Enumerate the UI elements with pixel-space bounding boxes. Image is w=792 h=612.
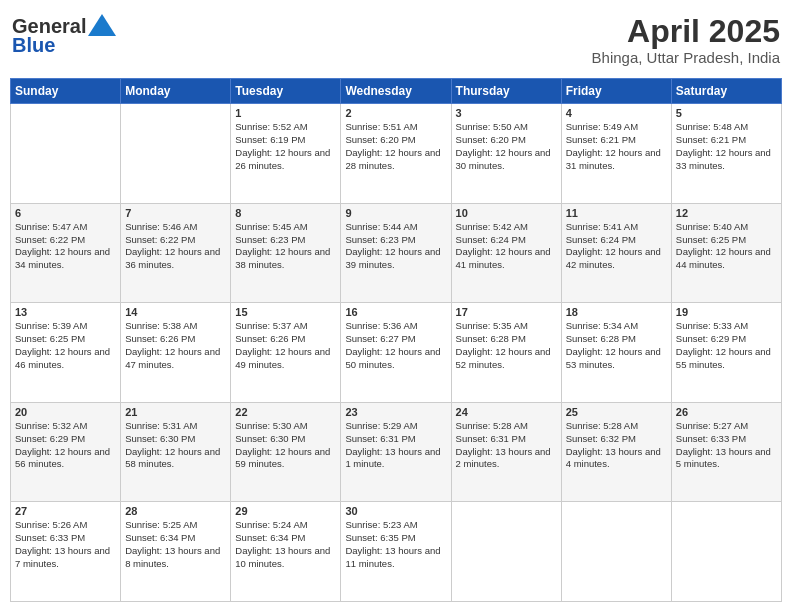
day-number: 18	[566, 306, 667, 318]
page: General Blue April 2025 Bhinga, Uttar Pr…	[0, 0, 792, 612]
day-number: 20	[15, 406, 116, 418]
table-row: 30Sunrise: 5:23 AM Sunset: 6:35 PM Dayli…	[341, 502, 451, 602]
table-row	[121, 104, 231, 204]
day-number: 1	[235, 107, 336, 119]
day-number: 27	[15, 505, 116, 517]
table-row	[561, 502, 671, 602]
table-row: 17Sunrise: 5:35 AM Sunset: 6:28 PM Dayli…	[451, 303, 561, 403]
table-row: 22Sunrise: 5:30 AM Sunset: 6:30 PM Dayli…	[231, 402, 341, 502]
day-number: 23	[345, 406, 446, 418]
col-wednesday: Wednesday	[341, 79, 451, 104]
table-row	[671, 502, 781, 602]
table-row: 3Sunrise: 5:50 AM Sunset: 6:20 PM Daylig…	[451, 104, 561, 204]
day-number: 26	[676, 406, 777, 418]
day-number: 3	[456, 107, 557, 119]
day-number: 15	[235, 306, 336, 318]
day-number: 9	[345, 207, 446, 219]
day-number: 13	[15, 306, 116, 318]
col-monday: Monday	[121, 79, 231, 104]
cell-content: Sunrise: 5:50 AM Sunset: 6:20 PM Dayligh…	[456, 121, 557, 172]
day-number: 14	[125, 306, 226, 318]
day-number: 21	[125, 406, 226, 418]
table-row: 18Sunrise: 5:34 AM Sunset: 6:28 PM Dayli…	[561, 303, 671, 403]
location: Bhinga, Uttar Pradesh, India	[592, 49, 780, 66]
cell-content: Sunrise: 5:25 AM Sunset: 6:34 PM Dayligh…	[125, 519, 226, 570]
table-row: 2Sunrise: 5:51 AM Sunset: 6:20 PM Daylig…	[341, 104, 451, 204]
day-number: 5	[676, 107, 777, 119]
logo-triangle-icon	[88, 14, 116, 36]
cell-content: Sunrise: 5:35 AM Sunset: 6:28 PM Dayligh…	[456, 320, 557, 371]
table-row: 4Sunrise: 5:49 AM Sunset: 6:21 PM Daylig…	[561, 104, 671, 204]
table-row: 16Sunrise: 5:36 AM Sunset: 6:27 PM Dayli…	[341, 303, 451, 403]
table-row: 20Sunrise: 5:32 AM Sunset: 6:29 PM Dayli…	[11, 402, 121, 502]
calendar-week-row: 27Sunrise: 5:26 AM Sunset: 6:33 PM Dayli…	[11, 502, 782, 602]
day-number: 22	[235, 406, 336, 418]
cell-content: Sunrise: 5:36 AM Sunset: 6:27 PM Dayligh…	[345, 320, 446, 371]
cell-content: Sunrise: 5:46 AM Sunset: 6:22 PM Dayligh…	[125, 221, 226, 272]
table-row: 19Sunrise: 5:33 AM Sunset: 6:29 PM Dayli…	[671, 303, 781, 403]
table-row: 11Sunrise: 5:41 AM Sunset: 6:24 PM Dayli…	[561, 203, 671, 303]
table-row: 13Sunrise: 5:39 AM Sunset: 6:25 PM Dayli…	[11, 303, 121, 403]
cell-content: Sunrise: 5:39 AM Sunset: 6:25 PM Dayligh…	[15, 320, 116, 371]
cell-content: Sunrise: 5:24 AM Sunset: 6:34 PM Dayligh…	[235, 519, 336, 570]
svg-marker-0	[88, 14, 116, 36]
table-row: 29Sunrise: 5:24 AM Sunset: 6:34 PM Dayli…	[231, 502, 341, 602]
logo: General Blue	[12, 14, 116, 57]
table-row: 26Sunrise: 5:27 AM Sunset: 6:33 PM Dayli…	[671, 402, 781, 502]
cell-content: Sunrise: 5:31 AM Sunset: 6:30 PM Dayligh…	[125, 420, 226, 471]
cell-content: Sunrise: 5:26 AM Sunset: 6:33 PM Dayligh…	[15, 519, 116, 570]
table-row: 21Sunrise: 5:31 AM Sunset: 6:30 PM Dayli…	[121, 402, 231, 502]
cell-content: Sunrise: 5:27 AM Sunset: 6:33 PM Dayligh…	[676, 420, 777, 471]
day-number: 6	[15, 207, 116, 219]
logo-blue: Blue	[12, 34, 55, 57]
table-row: 14Sunrise: 5:38 AM Sunset: 6:26 PM Dayli…	[121, 303, 231, 403]
table-row: 25Sunrise: 5:28 AM Sunset: 6:32 PM Dayli…	[561, 402, 671, 502]
calendar-table: Sunday Monday Tuesday Wednesday Thursday…	[10, 78, 782, 602]
cell-content: Sunrise: 5:49 AM Sunset: 6:21 PM Dayligh…	[566, 121, 667, 172]
cell-content: Sunrise: 5:33 AM Sunset: 6:29 PM Dayligh…	[676, 320, 777, 371]
table-row: 27Sunrise: 5:26 AM Sunset: 6:33 PM Dayli…	[11, 502, 121, 602]
calendar-week-row: 1Sunrise: 5:52 AM Sunset: 6:19 PM Daylig…	[11, 104, 782, 204]
cell-content: Sunrise: 5:38 AM Sunset: 6:26 PM Dayligh…	[125, 320, 226, 371]
cell-content: Sunrise: 5:51 AM Sunset: 6:20 PM Dayligh…	[345, 121, 446, 172]
cell-content: Sunrise: 5:45 AM Sunset: 6:23 PM Dayligh…	[235, 221, 336, 272]
calendar-week-row: 20Sunrise: 5:32 AM Sunset: 6:29 PM Dayli…	[11, 402, 782, 502]
table-row: 5Sunrise: 5:48 AM Sunset: 6:21 PM Daylig…	[671, 104, 781, 204]
cell-content: Sunrise: 5:32 AM Sunset: 6:29 PM Dayligh…	[15, 420, 116, 471]
header: General Blue April 2025 Bhinga, Uttar Pr…	[10, 10, 782, 70]
day-number: 28	[125, 505, 226, 517]
cell-content: Sunrise: 5:28 AM Sunset: 6:31 PM Dayligh…	[456, 420, 557, 471]
table-row	[11, 104, 121, 204]
day-number: 11	[566, 207, 667, 219]
table-row: 7Sunrise: 5:46 AM Sunset: 6:22 PM Daylig…	[121, 203, 231, 303]
day-number: 4	[566, 107, 667, 119]
table-row: 15Sunrise: 5:37 AM Sunset: 6:26 PM Dayli…	[231, 303, 341, 403]
day-number: 10	[456, 207, 557, 219]
cell-content: Sunrise: 5:37 AM Sunset: 6:26 PM Dayligh…	[235, 320, 336, 371]
month-title: April 2025	[592, 14, 780, 49]
day-number: 25	[566, 406, 667, 418]
day-number: 30	[345, 505, 446, 517]
table-row	[451, 502, 561, 602]
table-row: 28Sunrise: 5:25 AM Sunset: 6:34 PM Dayli…	[121, 502, 231, 602]
table-row: 6Sunrise: 5:47 AM Sunset: 6:22 PM Daylig…	[11, 203, 121, 303]
table-row: 24Sunrise: 5:28 AM Sunset: 6:31 PM Dayli…	[451, 402, 561, 502]
col-sunday: Sunday	[11, 79, 121, 104]
cell-content: Sunrise: 5:52 AM Sunset: 6:19 PM Dayligh…	[235, 121, 336, 172]
table-row: 8Sunrise: 5:45 AM Sunset: 6:23 PM Daylig…	[231, 203, 341, 303]
cell-content: Sunrise: 5:47 AM Sunset: 6:22 PM Dayligh…	[15, 221, 116, 272]
cell-content: Sunrise: 5:34 AM Sunset: 6:28 PM Dayligh…	[566, 320, 667, 371]
cell-content: Sunrise: 5:29 AM Sunset: 6:31 PM Dayligh…	[345, 420, 446, 471]
col-saturday: Saturday	[671, 79, 781, 104]
cell-content: Sunrise: 5:40 AM Sunset: 6:25 PM Dayligh…	[676, 221, 777, 272]
cell-content: Sunrise: 5:30 AM Sunset: 6:30 PM Dayligh…	[235, 420, 336, 471]
cell-content: Sunrise: 5:44 AM Sunset: 6:23 PM Dayligh…	[345, 221, 446, 272]
day-number: 7	[125, 207, 226, 219]
day-number: 8	[235, 207, 336, 219]
calendar-week-row: 13Sunrise: 5:39 AM Sunset: 6:25 PM Dayli…	[11, 303, 782, 403]
day-number: 19	[676, 306, 777, 318]
table-row: 12Sunrise: 5:40 AM Sunset: 6:25 PM Dayli…	[671, 203, 781, 303]
day-number: 24	[456, 406, 557, 418]
cell-content: Sunrise: 5:42 AM Sunset: 6:24 PM Dayligh…	[456, 221, 557, 272]
day-number: 2	[345, 107, 446, 119]
